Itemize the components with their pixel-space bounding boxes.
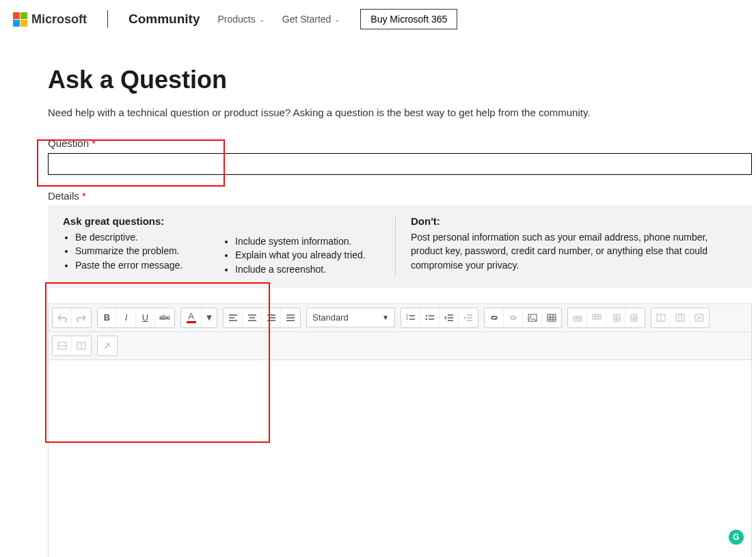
indent-button[interactable] bbox=[459, 308, 478, 327]
font-color-dropdown[interactable]: ▼ bbox=[202, 308, 217, 327]
page-title: Ask a Question bbox=[48, 66, 752, 94]
unordered-list-button[interactable] bbox=[420, 308, 440, 327]
table-delete-row-button[interactable] bbox=[53, 336, 72, 355]
editor-toolbar-row2 bbox=[49, 332, 751, 360]
strikethrough-button[interactable]: abc bbox=[155, 308, 174, 327]
svg-point-3 bbox=[425, 318, 427, 320]
tip-item: Be descriptive. bbox=[75, 230, 223, 244]
microsoft-logo-link[interactable]: Microsoft bbox=[12, 12, 87, 27]
svg-point-5 bbox=[530, 316, 531, 317]
align-left-button[interactable] bbox=[224, 308, 243, 327]
tip-item: Summarize the problem. bbox=[75, 244, 223, 258]
table-button[interactable] bbox=[542, 308, 561, 327]
undo-button[interactable] bbox=[53, 308, 72, 327]
question-input[interactable] bbox=[48, 153, 752, 175]
details-label-text: Details bbox=[48, 190, 79, 202]
question-label: Question * bbox=[48, 137, 752, 149]
image-button[interactable] bbox=[523, 308, 542, 327]
ordered-list-button[interactable]: 12 bbox=[401, 308, 420, 327]
nav-get-started[interactable]: Get Started ⌄ bbox=[282, 14, 340, 25]
main-content: Ask a Question Need help with a technica… bbox=[0, 38, 752, 557]
table-col-after-button[interactable] bbox=[625, 308, 645, 327]
svg-point-2 bbox=[425, 315, 427, 316]
tip-item: Include a screenshot. bbox=[235, 262, 395, 276]
details-label: Details * bbox=[48, 190, 752, 202]
outdent-button[interactable] bbox=[440, 308, 459, 327]
svg-rect-6 bbox=[548, 314, 556, 321]
tips-panel: Ask great questions: Be descriptive. Sum… bbox=[48, 206, 752, 288]
svg-rect-12 bbox=[676, 314, 684, 321]
tips-do-title: Ask great questions: bbox=[63, 215, 164, 227]
editor-textarea[interactable] bbox=[49, 360, 751, 557]
remove-format-button[interactable] bbox=[98, 336, 117, 355]
paragraph-format-select[interactable]: Standard ▼ bbox=[306, 308, 395, 327]
chevron-down-icon: ⌄ bbox=[259, 16, 265, 23]
tip-item: Explain what you already tried. bbox=[235, 248, 395, 262]
italic-button[interactable]: I bbox=[117, 308, 136, 327]
required-asterisk: * bbox=[82, 190, 86, 202]
tips-dont-text: Post personal information such as your e… bbox=[411, 230, 737, 272]
page-subhead: Need help with a technical question or p… bbox=[48, 107, 752, 118]
underline-button[interactable]: U bbox=[136, 308, 155, 327]
grammarly-badge-icon[interactable]: G bbox=[729, 530, 744, 545]
table-row-after-button[interactable] bbox=[587, 308, 606, 327]
required-asterisk: * bbox=[92, 137, 96, 149]
svg-text:2: 2 bbox=[406, 316, 408, 321]
microsoft-logo-icon bbox=[12, 12, 27, 27]
merge-cells-button[interactable] bbox=[651, 308, 671, 327]
split-cell-button[interactable] bbox=[671, 308, 690, 327]
dropdown-arrow-icon: ▼ bbox=[382, 314, 389, 321]
format-select-value: Standard bbox=[312, 312, 349, 323]
font-color-button[interactable]: A bbox=[181, 308, 202, 327]
question-label-text: Question bbox=[48, 137, 89, 149]
community-link[interactable]: Community bbox=[129, 12, 200, 27]
nav-products-label: Products bbox=[218, 14, 256, 25]
microsoft-wordmark: Microsoft bbox=[31, 12, 87, 27]
bold-button[interactable]: B bbox=[98, 308, 117, 327]
delete-table-button[interactable] bbox=[690, 308, 709, 327]
chevron-down-icon: ⌄ bbox=[334, 16, 340, 23]
rich-text-editor: B I U abc A ▼ Standard ▼ 12 bbox=[48, 303, 752, 557]
align-center-button[interactable] bbox=[243, 308, 262, 327]
nav-getstarted-label: Get Started bbox=[282, 14, 332, 25]
table-col-before-button[interactable] bbox=[606, 308, 625, 327]
align-right-button[interactable] bbox=[262, 308, 281, 327]
link-button[interactable] bbox=[485, 308, 504, 327]
nav-products[interactable]: Products ⌄ bbox=[218, 14, 265, 25]
tips-dont-title: Don't: bbox=[411, 215, 440, 227]
header-divider bbox=[107, 10, 108, 28]
align-justify-button[interactable] bbox=[281, 308, 300, 327]
tip-item: Paste the error message. bbox=[75, 258, 223, 272]
redo-button[interactable] bbox=[72, 308, 91, 327]
unlink-button[interactable] bbox=[504, 308, 523, 327]
site-header: Microsoft Community Products ⌄ Get Start… bbox=[0, 0, 756, 38]
table-delete-col-button[interactable] bbox=[72, 336, 91, 355]
buy-microsoft-365-button[interactable]: Buy Microsoft 365 bbox=[360, 9, 457, 29]
table-row-before-button[interactable] bbox=[568, 308, 587, 327]
editor-toolbar: B I U abc A ▼ Standard ▼ 12 bbox=[49, 304, 751, 332]
tip-item: Include system information. bbox=[235, 234, 395, 248]
